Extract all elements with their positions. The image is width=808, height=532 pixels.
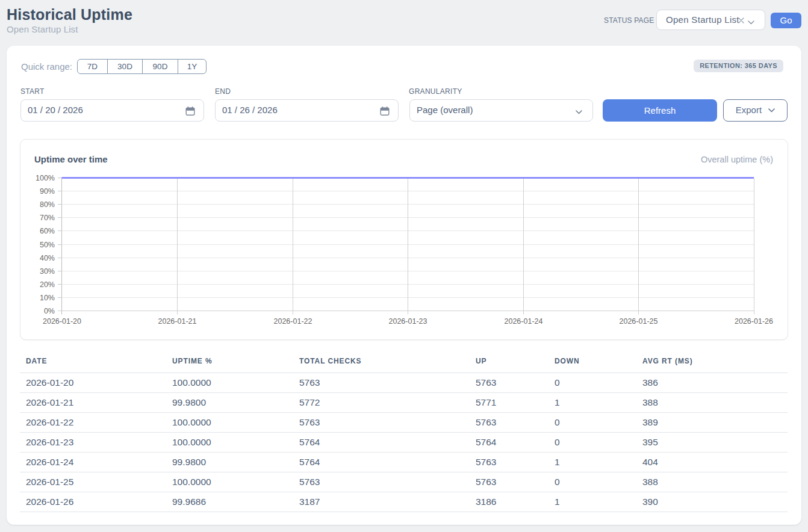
svg-text:2026-01-24: 2026-01-24 — [505, 317, 543, 326]
svg-text:2026-01-22: 2026-01-22 — [274, 317, 312, 326]
svg-text:0%: 0% — [44, 307, 55, 315]
svg-text:60%: 60% — [40, 227, 55, 235]
svg-text:80%: 80% — [40, 200, 55, 209]
svg-text:100%: 100% — [36, 174, 55, 182]
svg-text:2026-01-25: 2026-01-25 — [620, 317, 658, 326]
svg-text:2026-01-23: 2026-01-23 — [389, 317, 427, 326]
svg-text:10%: 10% — [40, 294, 55, 302]
svg-text:40%: 40% — [40, 254, 55, 262]
svg-text:30%: 30% — [40, 267, 55, 276]
svg-text:20%: 20% — [40, 280, 55, 289]
svg-text:50%: 50% — [40, 241, 55, 249]
svg-text:90%: 90% — [40, 187, 55, 196]
svg-text:2026-01-20: 2026-01-20 — [43, 317, 81, 326]
svg-text:2026-01-26: 2026-01-26 — [735, 317, 773, 326]
svg-text:2026-01-21: 2026-01-21 — [158, 317, 197, 326]
svg-text:70%: 70% — [40, 214, 55, 222]
